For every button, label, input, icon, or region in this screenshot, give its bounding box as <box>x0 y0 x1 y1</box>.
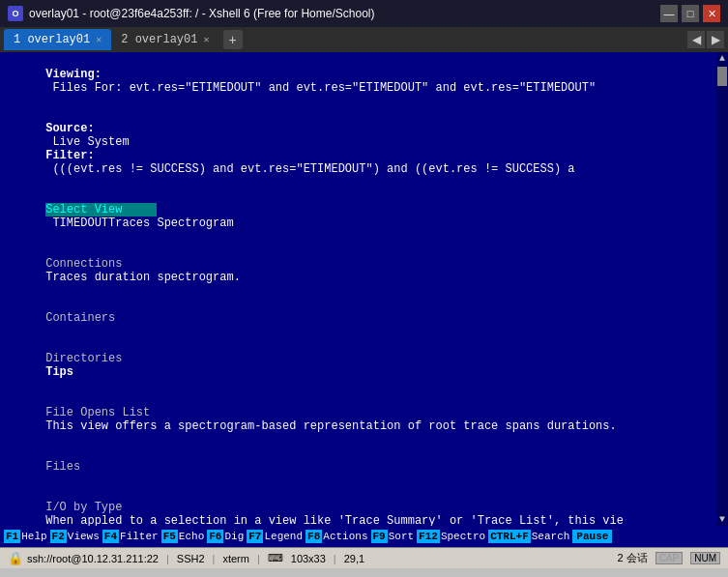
f9-key[interactable]: F9Sort <box>371 530 418 543</box>
title-bar: O overlay01 - root@23f6e4a253ff: / - Xsh… <box>0 0 728 27</box>
tab-add-button[interactable]: + <box>223 30 243 49</box>
file-opens-row: File Opens List This view offers a spect… <box>4 392 713 447</box>
tab-1-close[interactable]: ✕ <box>96 34 102 45</box>
connection-address: ssh://root@10.12.31.211:22 <box>27 553 159 564</box>
viewing-line: Viewing: Files For: evt.res="ETIMEDOUT" … <box>4 54 713 108</box>
connection-icon: 🔒 <box>8 551 23 565</box>
connections-row: Connections Traces duration spectrogram. <box>4 244 713 298</box>
tab-1-overlay01[interactable]: 1 overlay01 ✕ <box>4 29 111 50</box>
tab-2-close[interactable]: ✕ <box>203 34 209 45</box>
terminal: Viewing: Files For: evt.res="ETIMEDOUT" … <box>0 52 728 526</box>
files-row: Files <box>4 447 713 487</box>
select-view-label: Select View <box>45 203 157 216</box>
terminal-size: 103x33 <box>291 553 326 564</box>
tab-next-button[interactable]: ▶ <box>707 31 724 48</box>
f6-key[interactable]: F6Dig <box>207 530 247 543</box>
tab-navigation: ◀ ▶ <box>687 31 724 48</box>
f8-key[interactable]: F8Actions <box>306 530 370 543</box>
scroll-thumb[interactable] <box>717 67 727 86</box>
protocol-label: SSH2 <box>177 553 205 564</box>
pause-label: Pause <box>572 530 612 543</box>
status-bar: 🔒 ssh://root@10.12.31.211:22 | SSH2 | xt… <box>0 547 728 568</box>
maximize-button[interactable]: □ <box>682 5 699 22</box>
tab-prev-button[interactable]: ◀ <box>687 31 705 48</box>
terminal-icon: ⌨ <box>268 552 283 564</box>
window-title: overlay01 - root@23f6e4a253ff: / - Xshel… <box>29 7 660 20</box>
connection-info: 🔒 ssh://root@10.12.31.211:22 <box>8 551 159 565</box>
f4-key[interactable]: F4Filter <box>102 530 161 543</box>
function-key-bar: F1Help F2Views F4Filter F5Echo F6Dig F7L… <box>0 526 728 547</box>
window-controls: — □ ✕ <box>660 5 720 22</box>
f1-key[interactable]: F1Help <box>4 530 50 543</box>
sessions-count: 2 会话 <box>617 551 647 565</box>
f12-key[interactable]: F12Spectro <box>417 530 488 543</box>
pause-key[interactable]: Pause <box>572 530 612 543</box>
tab-2-overlay01[interactable]: 2 overlay01 ✕ <box>111 29 218 50</box>
scrollbar[interactable]: ▲ ▼ <box>716 52 728 526</box>
app-icon: O <box>8 6 23 21</box>
select-view-row: Select View TIMEDOUTTraces Spectrogram <box>4 189 713 244</box>
containers-row: Containers <box>4 298 713 338</box>
directories-row: Directories Tips <box>4 338 713 392</box>
terminal-label: xterm <box>222 553 249 564</box>
terminal-content[interactable]: Viewing: Files For: evt.res="ETIMEDOUT" … <box>0 52 716 526</box>
cursor-position: 29,1 <box>344 553 364 564</box>
ctrl-f-key[interactable]: CTRL+FSearch <box>488 530 572 543</box>
source-line: Source: Live System Filter: (((evt.res !… <box>4 108 713 189</box>
num-lock-indicator: NUM <box>690 552 720 564</box>
close-button[interactable]: ✕ <box>703 5 720 22</box>
f2-key[interactable]: F2Views <box>50 530 102 543</box>
scroll-up-button[interactable]: ▲ <box>718 52 726 65</box>
scroll-down-button[interactable]: ▼ <box>718 513 726 526</box>
tab-2-label: 2 overlay01 <box>121 33 197 46</box>
io-by-type-row: I/O by Type When appled to a selection i… <box>4 487 713 526</box>
f7-key[interactable]: F7Legend <box>247 530 306 543</box>
tab-bar: 1 overlay01 ✕ 2 overlay01 ✕ + ◀ ▶ <box>0 27 728 52</box>
caps-lock-indicator: CAP <box>655 552 684 564</box>
tab-1-label: 1 overlay01 <box>14 33 90 46</box>
minimize-button[interactable]: — <box>660 5 678 22</box>
f5-key[interactable]: F5Echo <box>161 530 208 543</box>
